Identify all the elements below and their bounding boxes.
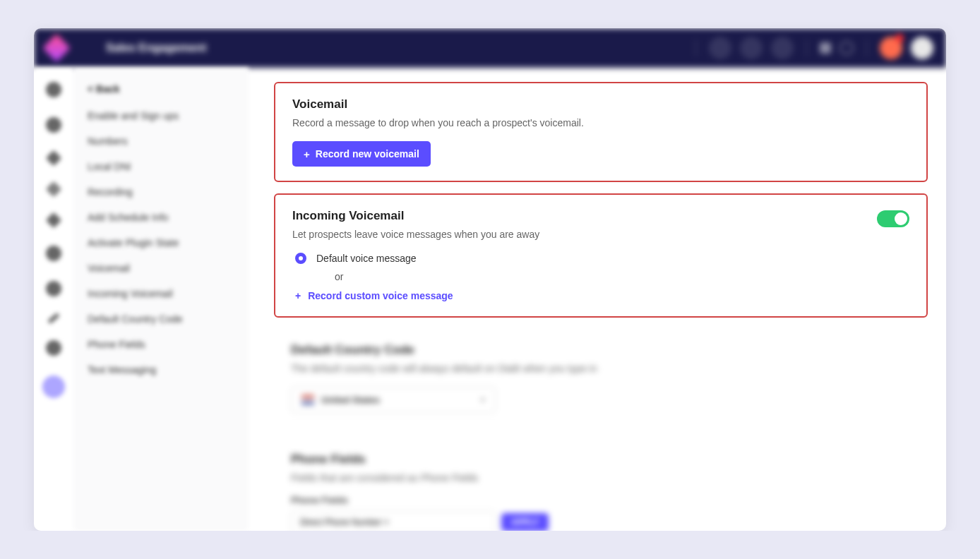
record-voicemail-button[interactable]: + Record new voicemail (292, 141, 431, 167)
notification-badge (895, 34, 904, 42)
phone-field-input[interactable]: Direct Phone Number × (291, 511, 496, 531)
search-icon[interactable] (839, 41, 854, 55)
rail-tool-icon[interactable] (47, 313, 60, 324)
rail-home-icon[interactable] (46, 82, 61, 97)
toggle-knob (895, 212, 907, 225)
chevron-down-icon: ▾ (481, 395, 485, 404)
app-window: Sales Engagement (34, 28, 946, 531)
sidebar-item[interactable]: Incoming Voicemail (88, 288, 234, 299)
rail-apps-icon[interactable] (46, 246, 61, 261)
incoming-voicemail-card: Incoming Voicemail Let prospects leave v… (274, 193, 928, 318)
voicemail-title: Voicemail (292, 97, 909, 112)
country-code-card: Default Country Code The default country… (274, 329, 928, 427)
sidebar-item[interactable]: Recording (88, 186, 234, 198)
voicemail-desc: Record a message to drop when you reach … (292, 117, 909, 128)
us-flag-icon (301, 395, 314, 404)
rail-contacts-icon[interactable] (46, 117, 61, 133)
incoming-toggle-wrap (877, 210, 909, 227)
apply-button[interactable]: APPLY (501, 513, 549, 531)
header-divider (806, 40, 807, 56)
sidebar-item[interactable]: Add Schedule Info (88, 212, 234, 223)
phone-field-row: Direct Phone Number × APPLY (291, 511, 911, 531)
sidebar-item[interactable]: Voicemail (88, 263, 234, 274)
header-action-icon[interactable] (709, 37, 731, 59)
or-separator: or (335, 271, 909, 282)
secondary-avatar[interactable] (911, 37, 933, 59)
sidebar-item[interactable]: Enable and Sign ups (88, 110, 234, 121)
plus-icon: + (304, 149, 310, 160)
phone-fields-label: Phone Fields (291, 495, 911, 505)
country-desc: The default country code will always def… (291, 363, 911, 374)
sidebar-item[interactable]: Local DNI (88, 161, 234, 172)
sidebar-item[interactable]: Numbers (88, 136, 234, 147)
record-custom-voice-link[interactable]: + Record custom voice message (295, 290, 453, 301)
header-action-icon[interactable] (740, 37, 763, 59)
phone-fields-title: Phone Fields (291, 452, 911, 467)
rail-tasks-icon[interactable] (46, 281, 61, 296)
main-content: Voicemail Record a message to drop when … (249, 68, 946, 531)
country-selected: United States (321, 395, 474, 405)
app-logo-icon (42, 34, 71, 62)
phone-fields-desc: Fields that are considered as Phone Fiel… (291, 472, 911, 483)
settings-sidebar: < Back Enable and Sign ups Numbers Local… (73, 68, 249, 531)
phone-fields-card: Phone Fields Fields that are considered … (274, 438, 928, 531)
sidebar-item[interactable]: Phone Fields (88, 339, 234, 350)
rail-nav-icon[interactable] (46, 212, 62, 229)
country-title: Default Country Code (291, 343, 911, 357)
sidebar-item[interactable]: Text Messaging (88, 364, 234, 375)
back-link[interactable]: < Back (88, 83, 234, 95)
header-action-icon[interactable] (771, 37, 794, 59)
country-select[interactable]: United States ▾ (291, 387, 496, 413)
record-custom-label: Record custom voice message (308, 290, 453, 301)
voicemail-card: Voicemail Record a message to drop when … (274, 82, 928, 182)
record-voicemail-label: Record new voicemail (316, 148, 419, 160)
rail-deals-icon[interactable] (46, 150, 62, 167)
rail-reports-icon[interactable] (46, 181, 62, 198)
notification-icon[interactable] (820, 42, 831, 54)
header-actions (691, 37, 933, 59)
rail-settings-icon[interactable] (42, 375, 65, 398)
incoming-title: Incoming Voicemail (292, 209, 909, 223)
header-title: Sales Engagement (106, 42, 206, 54)
radio-selected-icon (295, 253, 306, 264)
nav-rail (34, 68, 73, 531)
app-body: < Back Enable and Sign ups Numbers Local… (34, 68, 946, 531)
header-divider (866, 40, 867, 56)
default-voice-option[interactable]: Default voice message (295, 253, 909, 264)
app-header: Sales Engagement (34, 28, 946, 68)
plus-icon: + (295, 290, 301, 301)
incoming-voicemail-toggle[interactable] (877, 210, 909, 227)
sidebar-item[interactable]: Default Country Code (88, 313, 234, 325)
rail-world-icon[interactable] (46, 340, 61, 356)
default-voice-label: Default voice message (316, 253, 417, 264)
header-divider (695, 40, 696, 56)
sidebar-item[interactable]: Activate Plugin State (88, 237, 234, 248)
incoming-desc: Let prospects leave voice messages when … (292, 229, 909, 240)
user-avatar[interactable] (880, 37, 902, 59)
